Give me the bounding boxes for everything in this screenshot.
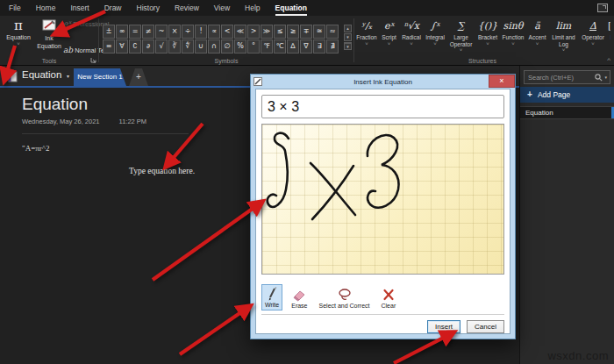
symbol-button[interactable]: ≈	[326, 25, 339, 39]
menu-draw[interactable]: Draw	[104, 4, 122, 16]
ink-writing-area[interactable]	[261, 124, 504, 275]
chevron-down-icon: ˅	[476, 41, 499, 46]
symbol-button[interactable]: ≅	[313, 25, 325, 39]
equation-button[interactable]: π Equation ˅	[4, 18, 33, 46]
page-title[interactable]: Equation	[22, 95, 88, 114]
menu-view[interactable]: View	[214, 4, 230, 16]
menu-home[interactable]: Home	[36, 4, 56, 16]
cancel-button[interactable]: Cancel	[467, 320, 504, 333]
ink-equation-button[interactable]: Ink Equation	[35, 19, 63, 50]
menu-equation-active-tab[interactable]: Equation	[275, 4, 307, 16]
structure-integral-button[interactable]: ∫ˣ Integral ˅	[424, 18, 446, 46]
menu-help[interactable]: Help	[245, 4, 260, 16]
structure-matrix-button[interactable]: [¹⁰₀₁] Matrix ˅	[607, 18, 610, 46]
close-icon[interactable]: ×	[489, 75, 515, 88]
symbol-button[interactable]: ≠	[142, 25, 154, 39]
structure-limit-log-button[interactable]: lim Limit and Log ˅	[548, 18, 579, 53]
gallery-more-icon[interactable]: ▾	[344, 42, 352, 50]
symbol-button[interactable]: !	[195, 25, 207, 39]
symbol-button[interactable]: °	[247, 39, 260, 54]
section-tab-new-section-1[interactable]: New Section 1	[74, 68, 126, 86]
symbol-button[interactable]: ∂	[142, 39, 154, 54]
gallery-scroll-up-icon[interactable]: ▴	[344, 25, 352, 32]
menu-insert[interactable]: Insert	[70, 4, 89, 16]
add-page-button[interactable]: + Add Page	[520, 87, 614, 103]
structure-radical-button[interactable]: ⁿ√x Radical ˅	[399, 18, 424, 46]
symbol-button[interactable]: ≡	[103, 39, 115, 54]
write-tool-button[interactable]: Write	[261, 284, 282, 310]
chevron-down-icon: ˅	[380, 41, 398, 46]
symbol-button[interactable]: =	[129, 25, 141, 39]
structure-fraction-button[interactable]: ʸ∕ₓ Fraction ˅	[354, 18, 379, 46]
type-equation-hint[interactable]: Type equation here.	[129, 167, 195, 175]
gallery-scroll-down-icon[interactable]: ▾	[344, 33, 352, 41]
symbol-button[interactable]: <	[221, 25, 233, 39]
symbol-button[interactable]: %	[234, 39, 246, 54]
sigma-icon: ∑	[447, 18, 475, 34]
add-section-button[interactable]: +	[129, 68, 148, 86]
ab-icon: ab	[63, 46, 73, 54]
select-and-correct-tool-button[interactable]: Select and Correct	[317, 286, 373, 310]
dialog-launcher-icon[interactable]	[90, 57, 96, 63]
structure-function-button[interactable]: sinθ Function ˅	[500, 18, 526, 46]
notebook-dropdown-arrow-icon[interactable]: ▾	[67, 73, 69, 79]
symbol-button[interactable]: ±	[103, 25, 115, 39]
ribbon-display-options-icon[interactable]	[597, 4, 608, 12]
search-input[interactable]	[525, 74, 595, 82]
symbol-button[interactable]: ℃	[274, 39, 286, 54]
symbol-button[interactable]: √	[155, 39, 168, 54]
search-icon[interactable]	[595, 74, 603, 82]
structure-label: Large Operator	[447, 34, 475, 47]
radical-icon: ⁿ√x	[400, 18, 423, 34]
limit-icon: lim	[549, 18, 578, 34]
onenote-window: File Home Insert Draw History Review Vie…	[0, 0, 614, 364]
symbol-button[interactable]: ∄	[326, 39, 339, 54]
insert-button[interactable]: Insert	[427, 320, 460, 333]
menu-history[interactable]: History	[137, 4, 160, 16]
chevron-down-icon: ˅	[501, 41, 525, 46]
symbol-button[interactable]: ≫	[261, 25, 273, 39]
structure-operator-button[interactable]: Δ Operator ˅	[579, 18, 607, 46]
symbol-button[interactable]: ∆	[287, 39, 299, 54]
dialog-title-bar[interactable]: Insert Ink Equation ×	[251, 75, 515, 89]
symbol-button[interactable]: ÷	[182, 25, 194, 39]
symbol-button[interactable]: ∓	[300, 25, 312, 39]
structure-accent-button[interactable]: ä Accent ˅	[526, 18, 548, 46]
notebook-dropdown[interactable]: Equation	[22, 69, 61, 80]
menu-review[interactable]: Review	[175, 4, 199, 16]
add-page-label: Add Page	[538, 90, 570, 99]
symbol-button[interactable]: ≤	[274, 25, 286, 39]
symbol-button[interactable]: ∇	[300, 39, 312, 54]
search-scope-dropdown-icon[interactable]: ▾	[603, 75, 610, 80]
symbol-button[interactable]: ∀	[116, 39, 128, 54]
clear-tool-button[interactable]: Clear	[379, 286, 399, 310]
symbol-button[interactable]: ≥	[287, 25, 299, 39]
pencil-icon	[267, 287, 278, 301]
erase-tool-button[interactable]: Erase	[289, 286, 310, 310]
collapse-ribbon-icon[interactable]: ^	[607, 56, 610, 64]
symbol-button[interactable]: ∩	[208, 39, 220, 54]
symbol-button[interactable]: ∛	[168, 39, 181, 54]
structure-bracket-button[interactable]: {()} Bracket ˅	[475, 18, 500, 46]
normal-text-button[interactable]: ab Normal Text	[63, 46, 102, 54]
page-list-item-equation[interactable]: Equation	[520, 106, 614, 119]
structure-large-operator-button[interactable]: ∑ Large Operator ˅	[446, 18, 475, 53]
script-icon: eˣ	[380, 18, 398, 34]
symbol-button[interactable]: ×	[168, 25, 181, 39]
symbol-button[interactable]: ∪	[195, 39, 207, 54]
professional-button[interactable]: eˣ Professional	[63, 19, 102, 28]
symbol-button[interactable]: ∅	[221, 39, 233, 54]
symbol-button[interactable]: ℉	[261, 39, 273, 54]
symbol-button[interactable]: ≪	[234, 25, 246, 39]
symbol-button[interactable]: ∜	[182, 39, 194, 54]
symbol-button[interactable]: ∃	[313, 39, 325, 54]
page-list: Equation	[520, 106, 614, 119]
symbol-button[interactable]: ∝	[208, 25, 220, 39]
symbol-button[interactable]: ∞	[116, 25, 128, 39]
symbol-button[interactable]: >	[247, 25, 260, 39]
menu-file[interactable]: File	[9, 4, 21, 16]
symbol-button[interactable]: ~	[155, 25, 168, 39]
structure-script-button[interactable]: eˣ Script ˅	[379, 18, 399, 46]
typed-formula-text[interactable]: "A=πr^2	[22, 144, 50, 153]
symbol-button[interactable]: ∁	[129, 39, 141, 54]
